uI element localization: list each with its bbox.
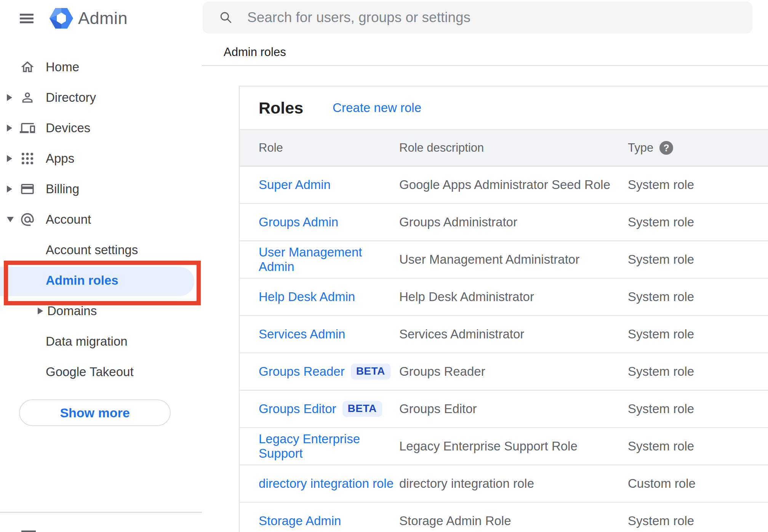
roles-card: Roles Create new role Role Role descript… [239, 86, 768, 532]
sidebar-bottom-divider [0, 512, 202, 513]
credit-card-icon [20, 181, 46, 197]
role-type: System role [628, 215, 768, 229]
role-description: Services Administrator [399, 327, 628, 341]
role-type: System role [628, 290, 768, 304]
partially-visible-icon [21, 530, 36, 532]
person-icon [20, 90, 46, 105]
admin-hexagon-logo-icon[interactable] [50, 6, 73, 30]
sidebar-item-account-settings[interactable]: Account settings [0, 235, 202, 265]
role-description: Legacy Enterprise Support Role [399, 439, 628, 453]
beta-badge: BETA [342, 401, 382, 417]
role-description: Help Desk Administrator [399, 290, 628, 304]
sidebar-item-account[interactable]: Account [0, 204, 202, 235]
table-row: Groups Admin Groups Administrator System… [240, 204, 768, 241]
expand-arrow-icon[interactable] [7, 94, 12, 101]
page-titlebar: Admin roles [202, 34, 768, 66]
table-row: Super Admin Google Apps Administrator Se… [240, 167, 768, 204]
home-icon [20, 59, 46, 75]
role-link[interactable]: User Management Admin [259, 245, 399, 274]
role-type: System role [628, 178, 768, 192]
role-link[interactable]: Help Desk Admin [259, 290, 355, 304]
role-type: System role [628, 364, 768, 379]
role-link[interactable]: Super Admin [259, 178, 331, 192]
role-description: Google Apps Administrator Seed Role [399, 178, 628, 192]
search-input[interactable] [246, 9, 752, 26]
table-row: Help Desk Admin Help Desk Administrator … [240, 279, 768, 316]
table-row: Groups Reader BETA Groups Reader System … [240, 353, 768, 391]
help-icon[interactable]: ? [659, 141, 673, 155]
roles-table-body: Super Admin Google Apps Administrator Se… [240, 167, 768, 532]
role-link[interactable]: Legacy Enterprise Support [259, 432, 399, 461]
at-sign-icon [20, 212, 46, 227]
sidebar-item-admin-roles[interactable]: Admin roles [0, 265, 202, 296]
column-header-type: Type ? [628, 141, 768, 155]
search-bar[interactable] [203, 2, 752, 34]
sidebar-nav: Home Directory Devices [0, 52, 202, 387]
role-type: System role [628, 514, 768, 528]
role-link[interactable]: Groups Admin [259, 215, 338, 229]
role-description: Groups Reader [399, 364, 628, 379]
devices-icon [20, 120, 46, 136]
expand-arrow-icon[interactable] [7, 125, 12, 131]
table-header-row: Role Role description Type ? [240, 129, 768, 167]
expand-arrow-icon[interactable] [7, 155, 12, 162]
sidebar-item-directory[interactable]: Directory [0, 82, 202, 113]
main-content: Admin roles Roles Create new role Role R… [202, 0, 768, 532]
sidebar-item-billing[interactable]: Billing [0, 174, 202, 204]
role-type: System role [628, 252, 768, 267]
role-description: User Management Administrator [399, 252, 628, 267]
role-type: Custom role [628, 476, 768, 491]
create-new-role-link[interactable]: Create new role [333, 101, 421, 115]
role-description: Groups Editor [399, 402, 628, 416]
table-row: Groups Editor BETA Groups Editor System … [240, 391, 768, 428]
roles-card-header: Roles Create new role [240, 87, 768, 129]
roles-card-title: Roles [259, 99, 303, 117]
role-link[interactable]: Groups Editor [259, 402, 336, 416]
table-row: Storage Admin Storage Admin Role System … [240, 503, 768, 532]
column-header-role: Role [259, 141, 399, 155]
role-type: System role [628, 439, 768, 453]
sidebar-item-devices[interactable]: Devices [0, 113, 202, 143]
role-link[interactable]: Groups Reader [259, 364, 345, 379]
search-icon [219, 11, 232, 24]
table-row: Services Admin Services Administrator Sy… [240, 316, 768, 353]
expand-arrow-icon[interactable] [7, 186, 12, 192]
role-description: Storage Admin Role [399, 514, 628, 528]
sidebar-item-apps[interactable]: Apps [0, 143, 202, 174]
table-row: Legacy Enterprise Support Legacy Enterpr… [240, 428, 768, 465]
role-description: Groups Administrator [399, 215, 628, 229]
role-link[interactable]: directory integration role [259, 476, 394, 491]
hamburger-menu-icon[interactable] [20, 14, 34, 23]
app-bar: Admin [0, 0, 202, 37]
table-row: User Management Admin User Management Ad… [240, 241, 768, 279]
role-link[interactable]: Storage Admin [259, 514, 341, 528]
role-type: System role [628, 402, 768, 416]
role-link[interactable]: Services Admin [259, 327, 345, 341]
table-row: directory integration role directory int… [240, 465, 768, 503]
role-description: directory integration role [399, 476, 628, 491]
expand-arrow-icon[interactable] [38, 308, 43, 314]
sidebar-item-home[interactable]: Home [0, 52, 202, 82]
apps-grid-icon [20, 151, 46, 166]
sidebar-item-domains[interactable]: Domains [0, 296, 202, 326]
sidebar: Admin Home Directory Devices [0, 0, 202, 532]
show-more-button[interactable]: Show more [19, 399, 171, 426]
sidebar-item-google-takeout[interactable]: Google Takeout [0, 357, 202, 387]
sidebar-item-data-migration[interactable]: Data migration [0, 326, 202, 357]
page-title: Admin roles [224, 45, 286, 59]
collapse-arrow-icon[interactable] [7, 217, 14, 222]
app-title: Admin [78, 8, 128, 28]
column-header-description: Role description [399, 141, 628, 155]
role-type: System role [628, 327, 768, 341]
beta-badge: BETA [351, 364, 390, 380]
